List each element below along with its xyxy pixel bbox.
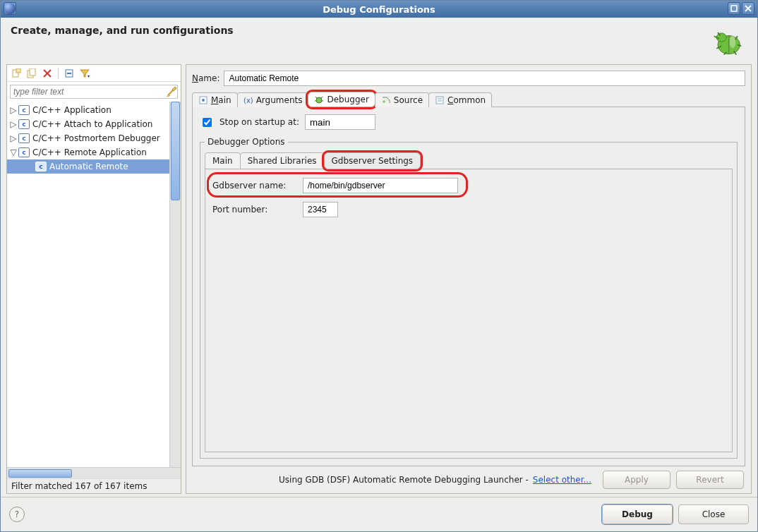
left-toolbar [7,65,181,82]
c-file-icon: c [35,162,47,171]
gdbserver-name-label: Gdbserver name: [212,181,297,191]
help-icon[interactable]: ? [9,507,25,522]
tree-item-c-remote[interactable]: ▽ c C/C++ Remote Application [7,145,169,159]
tree-item-c-postmortem[interactable]: ▷ c C/C++ Postmortem Debugger [7,131,169,145]
gdbserver-settings-body: Gdbserver name: Port number: [205,169,733,452]
dialog-window: Debug Configurations Create, manage, and… [0,0,758,532]
port-number-label: Port number: [212,205,297,214]
svg-point-12 [730,35,736,48]
stop-on-startup-input[interactable] [305,114,375,130]
tree-item-automatic-remote[interactable]: c Automatic Remote [7,159,169,174]
tree-label: C/C++ Postmortem Debugger [32,133,160,143]
expand-icon[interactable]: ▷ [10,119,17,129]
name-input[interactable] [224,71,745,86]
svg-point-4 [716,33,726,42]
tab-common[interactable]: Common [428,92,492,107]
configurations-panel: ▷ c C/C++ Application ▷ c C/C++ Attach t… [6,64,181,494]
filter-input[interactable] [11,85,166,98]
svg-rect-16 [30,68,35,75]
filter-text-row [10,85,178,99]
apply-button[interactable]: Apply [603,471,670,489]
tab-source[interactable]: Source [375,92,429,107]
delete-config-icon[interactable] [41,67,54,80]
debugger-tab-body: Stop on startup at: Debugger Options Mai… [192,107,745,466]
svg-line-21 [168,90,173,95]
clear-filter-icon[interactable] [166,86,177,97]
scroll-thumb[interactable] [171,102,180,200]
close-button[interactable]: Close [678,504,749,524]
svg-point-32 [383,100,385,103]
header-title: Create, manage, and run configurations [11,25,234,36]
debug-button[interactable]: Debug [602,504,673,524]
tree-item-c-attach[interactable]: ▷ c C/C++ Attach to Application [7,117,169,131]
tab-main[interactable]: Main [192,92,238,107]
filter-menu-icon[interactable] [78,67,91,80]
c-file-icon: c [18,133,30,143]
duplicate-config-icon[interactable] [25,67,38,80]
debugger-options-group: Debugger Options Main Shared Libraries G… [200,137,738,459]
name-label: Name: [192,73,219,83]
select-other-link[interactable]: Select other... [533,475,591,485]
svg-text:(x)=: (x)= [243,97,253,104]
svg-point-25 [202,99,205,102]
dialog-footer: ? Debug Close [1,497,757,531]
tab-debugger[interactable]: Debugger [308,92,375,107]
gdbserver-name-input[interactable] [303,178,458,193]
tree-label: Automatic Remote [49,162,128,171]
debugger-subtabs: Main Shared Libraries Gdbserver Settings [205,151,733,169]
config-tabstrip: Main (x)= Arguments Debugger Source Comm… [192,90,745,107]
debugger-options-legend: Debugger Options [205,137,288,147]
stop-on-startup-checkbox[interactable] [203,118,212,127]
app-menu-icon[interactable] [4,2,16,15]
launcher-row: Using GDB (DSF) Automatic Remote Debuggi… [192,466,745,489]
debug-bug-icon [708,25,747,60]
window-title: Debug Configurations [323,4,435,15]
source-tab-icon [381,95,391,105]
configurations-tree: ▷ c C/C++ Application ▷ c C/C++ Attach t… [7,102,181,467]
collapse-all-icon[interactable] [63,67,76,80]
titlebar: Debug Configurations [1,1,757,18]
tree-label: C/C++ Application [32,105,112,115]
expand-icon[interactable]: ▷ [10,133,17,143]
main-tab-icon [198,95,208,105]
c-file-icon: c [18,105,30,115]
collapse-icon[interactable]: ▽ [10,147,17,157]
scroll-thumb[interactable] [8,469,72,478]
filter-status-label: Filter matched 167 of 167 items [7,478,181,493]
tab-arguments[interactable]: (x)= Arguments [237,92,309,107]
revert-button[interactable]: Revert [676,471,744,489]
tree-item-c-application[interactable]: ▷ c C/C++ Application [7,103,169,117]
tree-label: C/C++ Attach to Application [32,119,152,129]
debugger-tab-icon [314,95,324,104]
stop-on-startup-label: Stop on startup at: [219,117,299,127]
arguments-tab-icon: (x)= [243,95,253,105]
vertical-scrollbar[interactable] [169,102,181,467]
svg-rect-33 [436,97,443,104]
config-editor-panel: Name: Main (x)= Arguments Debugger [186,64,752,494]
horizontal-scrollbar[interactable] [7,467,181,478]
tree-label: C/C++ Remote Application [32,147,147,157]
svg-rect-0 [731,6,737,11]
dialog-header: Create, manage, and run configurations [1,18,757,64]
svg-rect-14 [16,68,20,73]
subtab-gdbserver-settings[interactable]: Gdbserver Settings [324,152,421,169]
c-file-icon: c [18,119,30,129]
subtab-main[interactable]: Main [205,152,241,169]
port-number-input[interactable] [303,202,338,217]
maximize-icon[interactable] [728,2,740,15]
launcher-text: Using GDB (DSF) Automatic Remote Debuggi… [279,475,529,485]
c-file-icon: c [18,147,30,157]
common-tab-icon [435,95,445,105]
close-icon[interactable] [742,2,754,15]
new-config-icon[interactable] [10,67,23,80]
subtab-shared-libraries[interactable]: Shared Libraries [240,152,325,169]
expand-icon[interactable]: ▷ [10,105,17,115]
